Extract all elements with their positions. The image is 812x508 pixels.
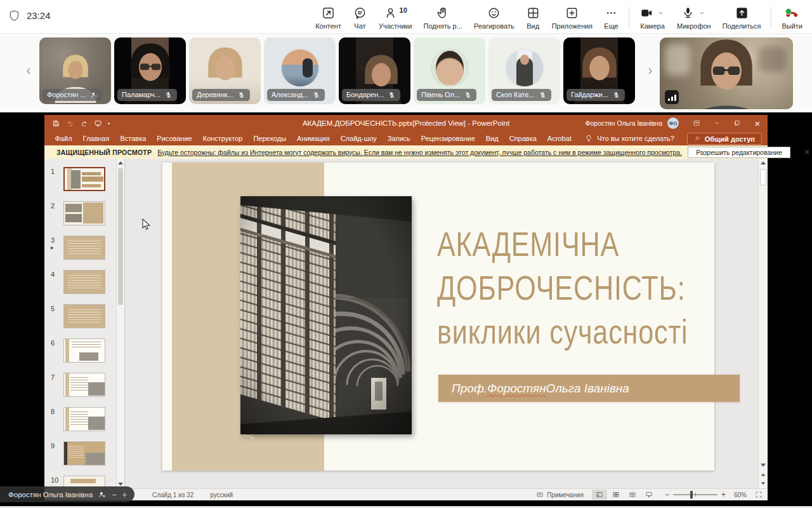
redo-icon[interactable] (80, 119, 88, 128)
chat-button[interactable]: Чат (347, 2, 373, 33)
slide-thumbnail-3: 3★ (44, 236, 117, 264)
ribbon-tab-рисование[interactable]: Рисование (152, 135, 197, 142)
fit-to-window-button[interactable] (755, 491, 763, 498)
thumbnail-preview[interactable] (63, 338, 105, 363)
restore-button[interactable] (727, 115, 747, 131)
thumbnail-preview[interactable] (63, 270, 105, 294)
account-avatar[interactable]: ФО (667, 117, 679, 129)
enable-editing-button[interactable]: Разрешить редактирование (688, 147, 790, 158)
react-button[interactable]: Реагировать (468, 2, 520, 33)
ribbon-tab-запись[interactable]: Запись (382, 135, 416, 142)
thumbnail-preview[interactable] (63, 407, 105, 431)
ribbon-tab-переходы[interactable]: Переходы (248, 135, 292, 142)
self-view-tile[interactable] (660, 37, 793, 109)
ribbon-tab-файл[interactable]: Файл (49, 135, 77, 142)
leave-button[interactable]: Выйти (776, 2, 808, 33)
participant-tile[interactable]: Александ... (264, 37, 336, 104)
notes-toggle[interactable]: Примечания (536, 491, 584, 498)
panel-scroll-up[interactable] (117, 159, 124, 167)
share-access-button[interactable]: Общий доступ (687, 133, 762, 145)
normal-view-button[interactable] (592, 490, 607, 500)
slide-title-line2: ДОБРОЧЕСНІСТЬ: (437, 266, 688, 310)
participants-icon (384, 6, 398, 20)
minimize-button[interactable] (707, 115, 727, 131)
thumbnail-number: 10 (51, 476, 58, 484)
raise-hand-button[interactable]: Поднять р... (418, 2, 468, 33)
thumbnail-preview[interactable] (63, 441, 105, 465)
ribbon-tab-acrobat[interactable]: Acrobat (542, 135, 577, 142)
participant-tile[interactable]: Скоп Кате... (488, 37, 560, 104)
banner-close-icon[interactable]: ✕ (804, 147, 811, 157)
chevron-down-icon[interactable] (695, 8, 707, 18)
active-speaker-icon: ? (90, 91, 98, 99)
canvas-scrollbar[interactable] (758, 159, 768, 488)
camera-button[interactable]: Камера (634, 2, 671, 33)
mic-off-icon (539, 91, 547, 99)
touch-mode-icon[interactable] (94, 119, 102, 128)
tell-me-search[interactable]: Что вы хотите сделать? (584, 134, 674, 143)
filmstrip-prev-button[interactable] (23, 62, 34, 81)
participant-tile[interactable]: Гайдаржи... (563, 37, 635, 104)
participant-tile[interactable]: Деревянк... (189, 37, 261, 104)
next-slide-button[interactable] (759, 479, 768, 488)
thumbnail-preview[interactable] (63, 236, 105, 260)
reading-view-button[interactable] (625, 490, 640, 500)
ribbon-tab-анимация[interactable]: Анимация (292, 135, 336, 142)
participant-tile[interactable]: Півень Ол... (414, 37, 485, 104)
avatar (506, 50, 543, 86)
slide-sorter-view-button[interactable] (608, 490, 624, 500)
share-access-label: Общий доступ (705, 135, 755, 143)
filmstrip-next-button[interactable] (645, 62, 656, 81)
apps-button[interactable]: Приложения (546, 2, 598, 33)
participant-tile[interactable]: Форостян ...? (39, 37, 111, 104)
account-name[interactable]: Форостян Ольга Іванівна (585, 119, 662, 127)
slide-1[interactable]: ДОПОВІДЬ ПРОФ. ФОРОСТЯН О.І. (162, 163, 714, 471)
ribbon-tab-конструктор[interactable]: Конструктор (197, 135, 248, 142)
zoom-level[interactable]: 60% (734, 491, 747, 498)
participant-tile[interactable]: Бондарен... (339, 37, 410, 104)
close-button[interactable]: × (747, 115, 768, 131)
ribbon-tab-вставка[interactable]: Вставка (115, 135, 152, 142)
thumbnail-preview[interactable] (63, 373, 105, 397)
banner-label: ЗАЩИЩЕННЫЙ ПРОСМОТР (56, 149, 152, 156)
ribbon-display-options-button[interactable] (686, 115, 707, 131)
save-icon[interactable] (52, 119, 60, 128)
share-screen-button[interactable]: Поделиться (717, 2, 767, 33)
qat-customize-icon[interactable] (108, 123, 110, 124)
ribbon-tab-главная[interactable]: Главная (77, 135, 115, 142)
author-rest: Ольга Іванівна (546, 382, 629, 396)
thumbnail-preview[interactable] (63, 304, 105, 328)
zoom-slider-thumb[interactable] (690, 491, 693, 498)
slideshow-view-button[interactable] (641, 490, 657, 500)
canvas-scrollbar-thumb[interactable] (760, 169, 766, 185)
canvas-scroll-up[interactable] (759, 159, 768, 167)
undo-icon[interactable] (66, 119, 74, 128)
banner-message-link[interactable]: Будьте осторожны: файлы из Интернета мог… (157, 149, 682, 156)
view-button[interactable]: Вид (520, 2, 546, 33)
overlay-zoom-in-button[interactable]: + (122, 490, 127, 499)
ribbon-tab-слайд-шоу[interactable]: Слайд-шоу (335, 135, 382, 142)
content-button[interactable]: Контент (310, 2, 347, 33)
thumbnail-preview[interactable] (63, 201, 105, 225)
canvas-scroll-down[interactable] (759, 461, 768, 469)
overlay-zoom-out-button[interactable]: − (112, 490, 117, 499)
thumbnail-preview[interactable] (63, 167, 105, 191)
ribbon-tab-рецензирование[interactable]: Рецензирование (416, 135, 480, 142)
ribbon-tab-вид[interactable]: Вид (480, 135, 504, 142)
participants-button[interactable]: 10Участники (373, 2, 418, 33)
more-button[interactable]: Еще (598, 2, 624, 33)
participant-name-tag: Гайдаржи... (566, 89, 625, 101)
zoom-in-button[interactable]: + (721, 490, 726, 499)
slide-author-bar: Проф. Форостян Ольга Іванівна (438, 375, 740, 402)
view-label: Вид (527, 22, 539, 30)
panel-scrollbar[interactable] (116, 159, 124, 488)
zoom-slider[interactable] (673, 494, 717, 495)
panel-scrollbar-thumb[interactable] (118, 168, 123, 305)
language-indicator[interactable]: русский (210, 491, 233, 498)
chevron-down-icon[interactable] (654, 8, 665, 18)
previous-slide-button[interactable] (759, 471, 768, 479)
participant-tile[interactable]: Паламарч... (114, 37, 186, 104)
microphone-button[interactable]: Микрофон (671, 2, 717, 33)
zoom-out-button[interactable]: − (665, 490, 669, 499)
ribbon-tab-справка[interactable]: Справка (504, 135, 542, 142)
